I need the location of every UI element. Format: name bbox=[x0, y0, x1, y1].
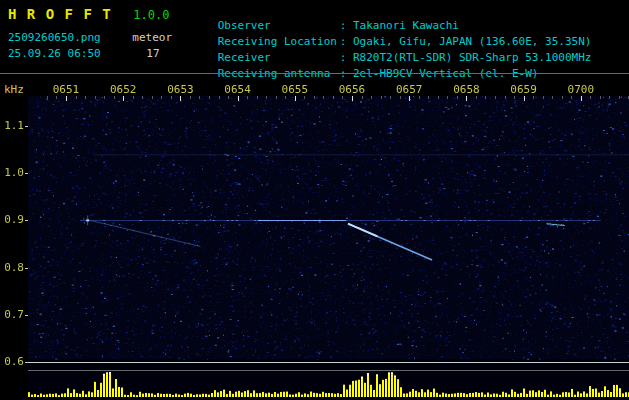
freq-tick-label: 0.8 bbox=[2, 261, 24, 274]
time-tick-label: 0658 bbox=[452, 83, 480, 96]
hrofft-screen: H R O F F T 1.0.0 2509260650.png meteor … bbox=[0, 0, 629, 400]
info-value: : R820T2(RTL-SDR) SDR-Sharp 53.1000MHz bbox=[340, 51, 592, 64]
freq-tick-label: 1.1 bbox=[2, 119, 24, 132]
title-row: H R O F F T 1.0.0 bbox=[8, 4, 172, 23]
time-tick-label: 0652 bbox=[109, 83, 137, 96]
header-left: H R O F F T 1.0.0 2509260650.png meteor … bbox=[8, 4, 172, 58]
info-value: : Ogaki, Gifu, JAPAN (136.60E, 35.35N) bbox=[340, 35, 592, 48]
info-value: : Takanori Kawachi bbox=[340, 19, 459, 32]
info-label: Receiver bbox=[218, 51, 340, 64]
info-row-observer: Observer: Takanori Kawachi bbox=[178, 6, 591, 22]
spectrogram-canvas bbox=[28, 96, 629, 400]
header-separator bbox=[0, 73, 629, 74]
time-tick-label: 0651 bbox=[52, 83, 80, 96]
time-tick-label: 0655 bbox=[281, 83, 309, 96]
app-title: H R O F F T bbox=[8, 6, 112, 22]
freq-axis-unit: kHz bbox=[4, 83, 24, 96]
time-tick-label: 0654 bbox=[224, 83, 252, 96]
time-tick-label: 0657 bbox=[395, 83, 423, 96]
file-row: 2509260650.png meteor bbox=[8, 26, 172, 42]
time-tick-label: 0656 bbox=[338, 83, 366, 96]
freq-tick-label: 1.0 bbox=[2, 166, 24, 179]
header-info: Observer: Takanori Kawachi Receiving Loc… bbox=[178, 6, 591, 70]
observation-datetime: 25.09.26 06:50 bbox=[8, 47, 101, 60]
info-label: Receiving Location bbox=[218, 35, 340, 48]
echo-count: 17 bbox=[146, 47, 159, 60]
datetime-row: 25.09.26 06:50 17 bbox=[8, 42, 172, 58]
freq-tick-label: 0.6 bbox=[2, 355, 24, 368]
time-tick-label: 0700 bbox=[567, 83, 595, 96]
freq-tick-label: 0.9 bbox=[2, 213, 24, 226]
info-label: Observer bbox=[218, 19, 340, 32]
time-tick-label: 0659 bbox=[510, 83, 538, 96]
app-version: 1.0.0 bbox=[133, 8, 169, 22]
freq-tick-label: 0.7 bbox=[2, 308, 24, 321]
